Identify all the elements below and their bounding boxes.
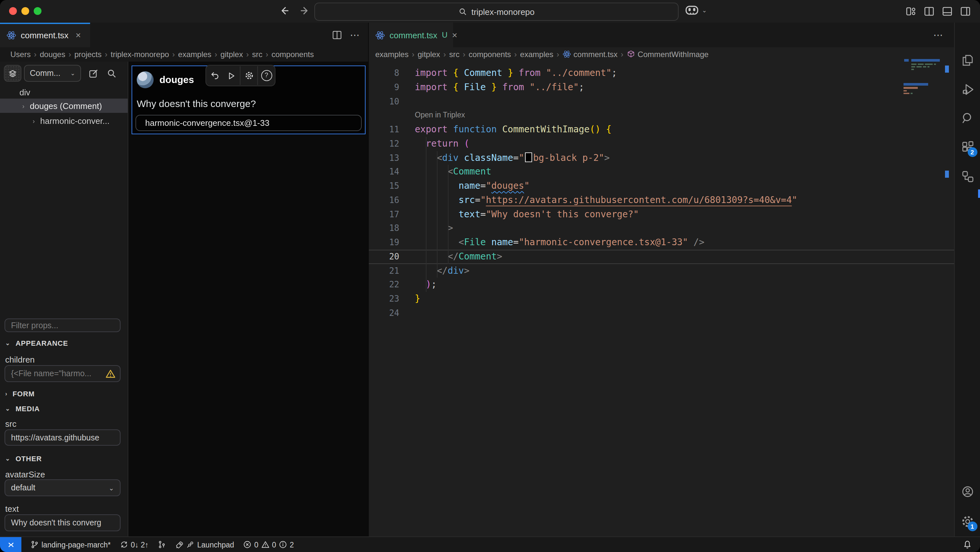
run-debug-icon[interactable] [960,82,975,97]
undo-icon[interactable] [206,66,223,85]
breadcrumb-item[interactable]: Users [10,50,31,59]
line-number[interactable]: 9 [369,80,399,95]
file-chip[interactable]: harmonic-convergence.tsx@1-33 [135,115,362,131]
breadcrumb-item[interactable]: examples [520,50,554,59]
split-view-icon[interactable] [332,30,342,40]
line-number[interactable]: 11 [369,123,399,137]
section-other[interactable]: ⌄ OTHER [5,455,42,463]
minimap[interactable] [904,48,940,126]
help-icon[interactable]: ? [258,66,275,85]
files-icon[interactable] [960,53,975,67]
hierarchy-icon[interactable] [960,169,975,183]
selected-component-preview[interactable]: douges Why doesn't this converge? harmon… [132,65,366,134]
gear-icon[interactable] [240,66,257,85]
breadcrumb-item[interactable]: gitplex [418,50,440,59]
close-icon[interactable]: × [452,30,457,40]
filter-props-input[interactable]: Filter props... [5,319,121,332]
editor-more-actions-icon[interactable]: ⋯ [933,29,944,41]
code-line[interactable]: 21 </div> [369,264,954,278]
section-form[interactable]: › FORM [5,390,35,397]
tab-comment-tsx-left[interactable]: comment.tsx × [0,23,90,47]
line-number[interactable]: 14 [369,165,399,179]
code-line[interactable]: 20 </Comment> [369,250,954,264]
code-line[interactable]: 24 [369,306,954,321]
section-media[interactable]: ⌄ MEDIA [5,405,40,413]
line-number[interactable]: 13 [369,151,399,165]
split-editor-icon[interactable] [924,6,935,17]
codelens-open-in-triplex[interactable]: Open in Triplex [399,108,465,123]
code-line[interactable]: 10 [369,94,954,108]
launchpad-item[interactable]: Launchpad [175,540,234,549]
forward-button[interactable] [299,5,311,17]
code-line[interactable]: 15 name="douges" [369,179,954,193]
code-line[interactable]: 9import { File } from "../file"; [369,80,954,95]
line-number[interactable]: 8 [369,66,399,80]
code-line[interactable]: 11export function CommentWithImage() { [369,123,954,137]
code-line[interactable]: 22 ); [369,278,954,292]
breadcrumb-item[interactable]: triplex-monorepo [111,50,169,59]
breadcrumb-item[interactable]: src [449,50,460,59]
command-center-search[interactable]: triplex-monorepo [314,3,679,21]
line-number[interactable]: 18 [369,222,399,236]
layers-button[interactable] [4,65,21,82]
codelens-row[interactable]: Open in Triplex [369,108,954,123]
tree-item-harmonic-conver-[interactable]: ›harmonic-conver... [0,113,128,128]
search-elements-icon[interactable] [106,68,117,79]
line-number[interactable]: 19 [369,236,399,250]
breadcrumb-item[interactable]: examples [178,50,212,59]
scene-canvas[interactable]: douges Why doesn't this converge? harmon… [128,62,368,537]
zoom-window-button[interactable] [34,7,41,15]
line-number[interactable]: 24 [369,306,399,321]
breadcrumb-item[interactable]: projects [74,50,102,59]
line-number[interactable]: 20 [369,250,399,264]
settings-gear-icon[interactable]: 1 [960,514,975,529]
git-graph-item[interactable] [158,540,166,549]
toggle-panel-icon[interactable] [942,6,953,17]
close-window-button[interactable] [9,7,17,15]
line-number[interactable]: 17 [369,207,399,222]
code-line[interactable]: 14 <Comment [369,165,954,179]
git-branch-item[interactable]: landing-page-march* [30,540,111,549]
breadcrumb-item[interactable]: components [272,50,314,59]
chevron-right-icon[interactable]: › [19,102,27,109]
line-number[interactable]: 23 [369,292,399,306]
children-input[interactable]: {<File name="harmo... [5,365,121,382]
account-icon[interactable] [960,485,975,499]
avatarsize-select[interactable]: default ⌄ [5,479,121,496]
code-line[interactable]: 23} [369,292,954,306]
tree-item-div[interactable]: div [0,85,128,99]
line-number[interactable]: 12 [369,137,399,151]
breadcrumb-item[interactable]: CommentWithImage [627,50,709,59]
customize-layout-icon[interactable] [905,6,916,17]
minimize-window-button[interactable] [21,7,29,15]
code-line[interactable]: 16 src="https://avatars.githubuserconten… [369,193,954,207]
line-number[interactable]: 22 [369,278,399,292]
line-number[interactable]: 16 [369,193,399,207]
code-editor[interactable]: 8import { Comment } from "../comment";9i… [369,62,954,537]
breadcrumb-item[interactable]: examples [375,50,409,59]
search-icon[interactable] [960,111,975,125]
text-input[interactable]: Why doesn't this converg [5,514,121,531]
breadcrumb-item[interactable]: src [252,50,262,59]
src-input[interactable]: https://avatars.githubuse [5,429,121,446]
problems-item[interactable]: 0 0 2 [243,540,294,549]
edit-component-icon[interactable] [88,68,99,79]
breadcrumb-item[interactable]: components [469,50,511,59]
breadcrumb-item[interactable]: comment.tsx [563,50,618,59]
component-select-dropdown[interactable]: Comm... ⌄ [24,65,81,82]
line-number[interactable]: 21 [369,264,399,278]
section-appearance[interactable]: ⌄ APPEARANCE [5,339,68,347]
line-number[interactable] [369,108,399,123]
extensions-icon[interactable]: 2 [960,140,975,155]
git-sync-item[interactable]: 0↓ 2↑ [120,540,149,549]
tree-item-douges-comment-[interactable]: ›douges (Comment) [0,99,128,113]
chevron-right-icon[interactable]: › [30,117,38,124]
code-line[interactable]: 8import { Comment } from "../comment"; [369,66,954,80]
more-actions-icon[interactable]: ⋯ [350,29,360,41]
code-line[interactable]: 13 <div className="bg-black p-2"> [369,151,954,165]
close-icon[interactable]: × [73,30,83,40]
toggle-secondary-sidebar-icon[interactable] [960,6,971,17]
code-line[interactable]: 12 return ( [369,137,954,151]
code-line[interactable]: 17 text="Why doesn't this converge?" [369,207,954,222]
line-number[interactable]: 15 [369,179,399,193]
